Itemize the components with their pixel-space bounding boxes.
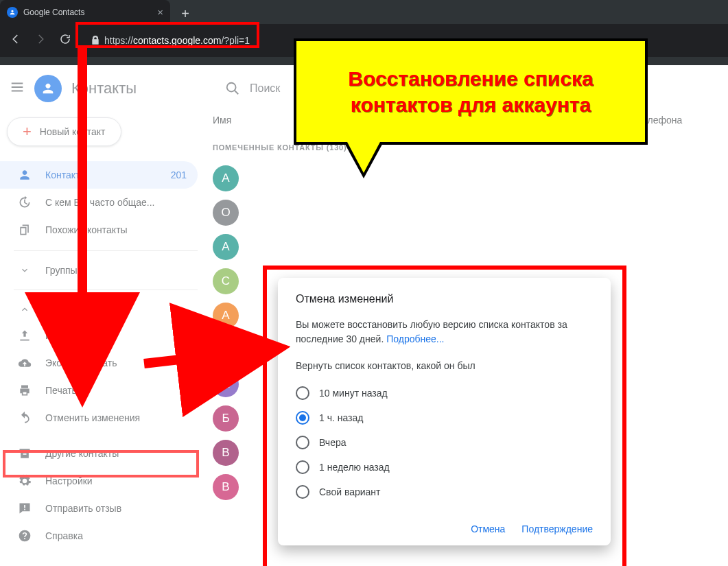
sidebar-item-frequent[interactable]: С кем Вы часто общае... — [0, 189, 198, 216]
reload-button[interactable] — [59, 33, 71, 48]
help-icon — [18, 529, 32, 543]
radio-custom[interactable]: Свой вариант — [296, 480, 593, 504]
sidebar-item-label: Отправить отзыв — [45, 503, 121, 514]
sidebar-item-label: Другие контакты — [45, 448, 119, 459]
sidebar-item-label: Контакты — [45, 169, 86, 180]
dialog-title: Отмена изменений — [296, 293, 593, 305]
sidebar-item-label: Импортировать — [45, 330, 115, 341]
sidebar-item-export[interactable]: Экспортировать — [0, 349, 198, 377]
sidebar-item-label: Печать — [45, 385, 77, 396]
sidebar-item-similar[interactable]: Похожие контакты — [0, 216, 198, 244]
radio-icon — [296, 485, 309, 499]
contact-row[interactable]: O — [206, 196, 714, 230]
contact-avatar: Б — [213, 405, 239, 432]
dialog-prompt: Вернуть список контактов, какой он был — [296, 360, 593, 371]
radio-week[interactable]: 1 неделю назад — [296, 455, 593, 480]
create-contact-button[interactable]: + Новый контакт — [7, 117, 121, 146]
forward-button[interactable] — [34, 33, 47, 48]
content-area: Имя телефона ПОМЕЧЕННЫЕ КОНТАКТЫ (130) А… — [206, 112, 728, 566]
print-icon — [18, 384, 32, 397]
sidebar-item-other[interactable]: Другие контакты — [0, 440, 198, 467]
new-tab-button[interactable]: + — [176, 4, 195, 23]
sidebar-item-print[interactable]: Печать — [0, 377, 198, 404]
sidebar-item-settings[interactable]: Настройки — [0, 467, 198, 495]
chevron-up-icon — [18, 305, 32, 314]
svg-point-0 — [227, 83, 236, 92]
sidebar-item-label: Отменить изменения — [45, 412, 140, 423]
sidebar-item-import[interactable]: Импортировать — [0, 322, 198, 349]
sidebar-item-feedback[interactable]: Отправить отзыв — [0, 495, 198, 522]
sidebar-item-label: Ещё — [45, 304, 65, 315]
sidebar-item-label: С кем Вы часто общае... — [45, 197, 154, 208]
sidebar-item-label: Настройки — [45, 475, 93, 486]
contact-avatar: А — [213, 303, 239, 329]
chevron-down-icon — [18, 266, 32, 275]
contact-avatar: В — [213, 474, 239, 500]
sidebar-item-help[interactable]: Справка — [0, 522, 198, 550]
lock-icon — [91, 36, 100, 45]
app-logo — [34, 75, 62, 102]
dialog-confirm-button[interactable]: Подтверждение — [521, 523, 593, 534]
sidebar-item-undo-changes[interactable]: Отменить изменения — [0, 404, 198, 432]
archive-icon — [18, 447, 32, 460]
menu-icon[interactable] — [10, 80, 25, 97]
radio-icon — [296, 386, 309, 400]
app-title: Контакты — [71, 80, 137, 97]
sidebar-item-groups[interactable]: Группы — [0, 258, 198, 283]
sidebar-item-label: Группы — [45, 265, 78, 276]
cloud-upload-icon — [18, 356, 32, 370]
annotation-callout: Восстановление списка контактов для акка… — [294, 38, 648, 145]
dialog-description: Вы можете восстановить любую версию спис… — [296, 318, 593, 346]
tab-favicon — [7, 7, 18, 18]
radio-icon — [296, 436, 309, 449]
tab-title: Google Contacts — [23, 8, 84, 17]
upload-icon — [18, 329, 32, 342]
radio-icon — [296, 460, 309, 474]
search-bar[interactable]: Поиск — [225, 81, 280, 96]
contact-avatar: Е — [213, 337, 239, 363]
contact-avatar: В — [213, 440, 239, 466]
copy-icon — [18, 223, 32, 237]
contact-avatar: O — [213, 200, 239, 226]
contact-avatar: А — [213, 371, 239, 397]
sidebar-item-label: Справка — [45, 530, 83, 541]
radio-icon — [296, 411, 309, 425]
url-text: https://contacts.google.com/?pli=1 — [104, 35, 250, 46]
history-icon — [18, 196, 32, 209]
callout-text: Восстановление списка контактов для акка… — [296, 66, 645, 117]
close-tab-icon[interactable]: × — [157, 6, 163, 18]
radio-yesterday[interactable]: Вчера — [296, 430, 593, 455]
sidebar-item-label: Похожие контакты — [45, 224, 128, 235]
learn-more-link[interactable]: Подробнее... — [386, 333, 444, 344]
person-icon — [18, 168, 32, 182]
contact-row[interactable]: А — [206, 161, 714, 196]
sidebar: + Новый контакт Контакты 201 С кем Вы ча… — [0, 112, 206, 566]
contact-avatar: А — [213, 234, 239, 260]
contact-avatar: C — [213, 268, 239, 294]
undo-icon — [18, 411, 32, 425]
dialog-cancel-button[interactable]: Отмена — [471, 523, 505, 534]
contact-avatar: А — [213, 165, 239, 191]
address-bar[interactable]: https://contacts.google.com/?pli=1 — [84, 30, 262, 51]
contact-row[interactable]: А — [206, 230, 714, 264]
gear-icon — [18, 474, 32, 488]
undo-dialog: Отмена изменений Вы можете восстановить … — [278, 278, 611, 545]
sidebar-item-label: Экспортировать — [45, 357, 117, 368]
back-button[interactable] — [10, 33, 22, 48]
feedback-icon — [18, 502, 32, 515]
radio-10min[interactable]: 10 минут назад — [296, 381, 593, 405]
browser-tab[interactable]: Google Contacts × — [0, 0, 170, 24]
sidebar-item-contacts[interactable]: Контакты 201 — [0, 161, 198, 189]
contacts-count: 201 — [171, 169, 187, 180]
search-placeholder: Поиск — [250, 82, 280, 95]
sidebar-item-more[interactable]: Ещё — [0, 297, 198, 322]
search-icon — [225, 81, 240, 96]
radio-1hour[interactable]: 1 ч. назад — [296, 405, 593, 430]
